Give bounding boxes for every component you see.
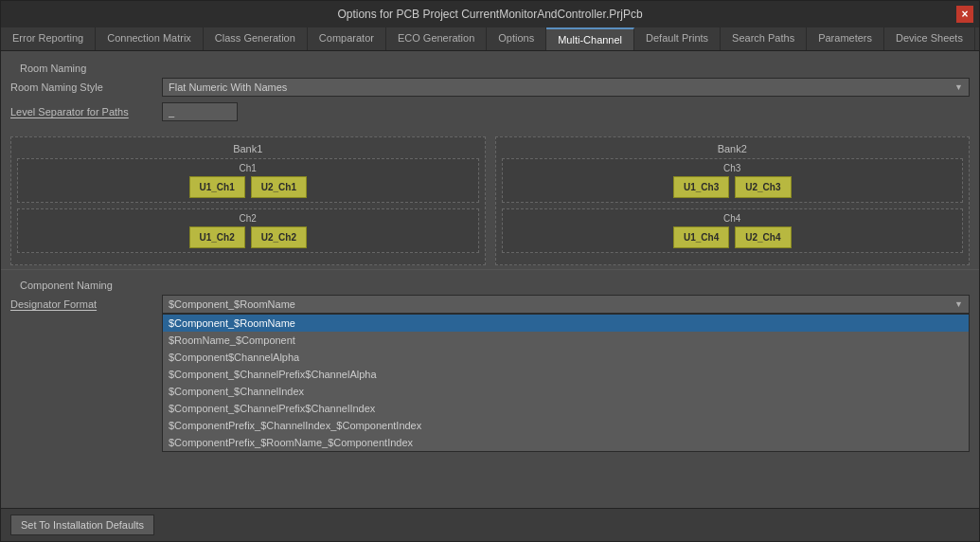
main-content: Room Naming Room Naming Style Flat Numer… [1,51,979,508]
tab-options[interactable]: Options [487,27,546,50]
room-naming-section: Room Naming Room Naming Style Flat Numer… [1,51,979,133]
close-button[interactable]: × [956,6,973,23]
ch2-box: Ch2 U1_Ch2 U2_Ch2 [17,208,479,253]
dropdown-option-0[interactable]: $Component_$RoomName [163,315,969,332]
footer: Set To Installation Defaults [1,508,979,541]
room-naming-label: Room Naming [10,57,970,78]
tab-managed[interactable]: Managed [975,27,979,50]
designator-format-value: $Component_$RoomName [169,298,295,310]
ch1-components: U1_Ch1 U2_Ch1 [22,176,474,198]
main-window: Options for PCB Project CurrentMonitorAn… [0,0,980,542]
ch2-components: U1_Ch2 U2_Ch2 [22,226,474,248]
designator-format-arrow: ▼ [954,299,963,309]
ch4-box: Ch4 U1_Ch4 U2_Ch4 [502,208,964,253]
designator-format-dropdown[interactable]: $Component_$RoomName ▼ [162,295,970,314]
ch4-components: U1_Ch4 U2_Ch4 [507,226,959,248]
set-defaults-button[interactable]: Set To Installation Defaults [10,515,154,535]
designator-format-label: Designator Format [10,298,162,310]
tab-class-generation[interactable]: Class Generation [204,27,308,50]
dropdown-option-4[interactable]: $Component_$ChannelIndex [163,383,969,400]
tab-error-reporting[interactable]: Error Reporting [1,27,96,50]
dropdown-option-5[interactable]: $Component_$ChannelPrefix$ChannelIndex [163,400,969,417]
room-naming-style-arrow: ▼ [954,82,963,92]
ch3-box: Ch3 U1_Ch3 U2_Ch3 [502,158,964,203]
designator-format-row: Designator Format $Component_$RoomName ▼… [10,295,970,314]
designator-format-label-text: Designator Format [10,298,97,310]
u1-ch1: U1_Ch1 [189,176,245,198]
tab-multi-channel[interactable]: Multi-Channel [546,27,634,50]
dropdown-option-2[interactable]: $Component$ChannelAlpha [163,349,969,366]
level-separator-label: Level Separator for Paths [10,106,162,117]
designator-format-list: $Component_$RoomName $RoomName_$Componen… [162,314,970,452]
u2-ch2: U2_Ch2 [251,226,307,248]
ch3-components: U1_Ch3 U2_Ch3 [507,176,959,198]
bank2-label: Bank2 [502,143,964,154]
tab-default-prints[interactable]: Default Prints [634,27,721,50]
tab-comparator[interactable]: Comparator [308,27,386,50]
dropdown-option-6[interactable]: $ComponentPrefix_$ChannelIndex_$Componen… [163,417,969,434]
tab-eco-generation[interactable]: ECO Generation [386,27,487,50]
room-naming-style-label: Room Naming Style [10,81,162,93]
ch3-label: Ch3 [507,163,959,173]
window-title: Options for PCB Project CurrentMonitorAn… [337,8,642,21]
bank1-label: Bank1 [17,143,479,154]
room-naming-style-dropdown[interactable]: Flat Numeric With Names ▼ [162,78,970,97]
ch2-label: Ch2 [22,213,474,224]
room-naming-style-row: Room Naming Style Flat Numeric With Name… [10,78,970,97]
bank2-box: Bank2 Ch3 U1_Ch3 U2_Ch3 Ch4 U1_Ch4 U2_Ch… [495,136,971,265]
u2-ch4: U2_Ch4 [735,226,791,248]
level-separator-input[interactable] [162,102,238,121]
tab-device-sheets[interactable]: Device Sheets [884,27,975,50]
dropdown-option-7[interactable]: $ComponentPrefix_$RoomName_$ComponentInd… [163,434,969,451]
level-separator-row: Level Separator for Paths [10,102,970,121]
tab-search-paths[interactable]: Search Paths [721,27,807,50]
room-naming-style-value: Flat Numeric With Names [169,81,287,93]
u2-ch3: U2_Ch3 [735,176,791,198]
component-naming-section: Component Naming Designator Format $Comp… [1,269,979,323]
u1-ch3: U1_Ch3 [673,176,729,198]
tab-parameters[interactable]: Parameters [807,27,884,50]
diagram-area: Bank1 Ch1 U1_Ch1 U2_Ch1 Ch2 U1_Ch2 U2_Ch… [1,133,979,269]
u2-ch1: U2_Ch1 [251,176,307,198]
tabs-bar: Error Reporting Connection Matrix Class … [1,27,979,51]
bank1-box: Bank1 Ch1 U1_Ch1 U2_Ch1 Ch2 U1_Ch2 U2_Ch… [10,136,486,265]
ch4-label: Ch4 [507,213,959,224]
u1-ch2: U1_Ch2 [189,226,245,248]
tab-connection-matrix[interactable]: Connection Matrix [96,27,204,50]
ch1-box: Ch1 U1_Ch1 U2_Ch1 [17,158,479,203]
ch1-label: Ch1 [22,163,474,173]
dropdown-option-3[interactable]: $Component_$ChannelPrefix$ChannelAlpha [163,366,969,383]
title-bar: Options for PCB Project CurrentMonitorAn… [1,1,979,27]
designator-dropdown-container: $Component_$RoomName ▼ $Component_$RoomN… [162,295,970,314]
u1-ch4: U1_Ch4 [673,226,729,248]
dropdown-option-1[interactable]: $RoomName_$Component [163,332,969,349]
component-naming-label: Component Naming [10,274,970,295]
